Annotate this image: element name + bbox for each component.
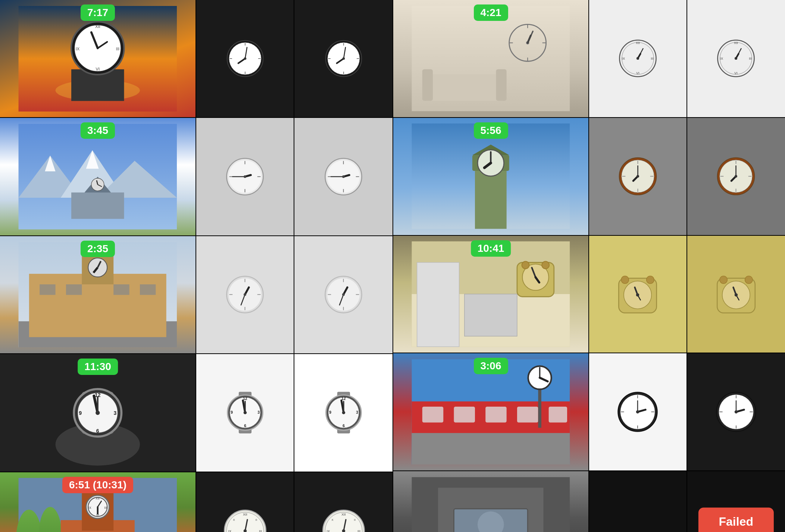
right-row-4: 3:06: [393, 353, 785, 471]
right-r3-detail2: [687, 236, 785, 353]
clock-blurry-2: [324, 157, 363, 196]
svg-rect-62: [66, 284, 82, 295]
right-r4-detail1: [589, 353, 687, 470]
svg-rect-165: [422, 69, 433, 101]
left-r5-main: XII III VI IX 6:51 (10:31): [0, 472, 196, 532]
time-badge-r3-left: 2:35: [81, 241, 115, 257]
svg-point-228: [522, 262, 529, 269]
svg-text:X: X: [331, 518, 333, 521]
svg-rect-166: [496, 69, 507, 101]
right-r4-detail2: [687, 353, 785, 470]
clock-detail-svg-2: [325, 40, 362, 77]
left-r1-detail1: [196, 0, 294, 117]
failed-detection-badge: Faileddetection: [698, 507, 774, 532]
svg-text:X: X: [233, 518, 235, 521]
svg-rect-63: [113, 284, 129, 295]
building-scene: [10, 242, 186, 348]
right-r5-detail1: [589, 471, 687, 532]
time-badge-r3-right: 10:41: [471, 240, 511, 257]
svg-rect-64: [140, 284, 156, 295]
svg-text:VI: VI: [96, 66, 100, 71]
svg-text:6: 6: [244, 424, 246, 428]
right-r3-detail1: [589, 236, 687, 353]
svg-text:VI: VI: [735, 71, 738, 75]
svg-text:3: 3: [257, 411, 260, 415]
alarm-clock-1: [617, 273, 658, 314]
svg-text:XII: XII: [734, 41, 738, 45]
time-badge-r1-right: 4:21: [473, 4, 508, 21]
left-r3-main: 2:35: [0, 236, 196, 353]
room-scene: [403, 6, 579, 111]
left-r1-main: XII III VI IX 7:17: [0, 0, 196, 117]
mountain-scene: [10, 124, 186, 229]
svg-text:III: III: [749, 57, 752, 60]
svg-text:IX: IX: [720, 57, 723, 60]
tower-clock-2: [716, 157, 756, 196]
svg-text:3: 3: [114, 410, 117, 416]
svg-point-273: [735, 410, 738, 413]
right-r5-failed: Faileddetection: [687, 471, 785, 532]
left-row-2: 3:45: [0, 118, 392, 236]
right-row-5: Faileddetection: [393, 471, 785, 532]
svg-text:9: 9: [329, 411, 331, 415]
svg-point-48: [244, 175, 246, 178]
wall-clock-1: XII III VI IX: [618, 39, 657, 78]
watch-scene: 12 3 6 9: [10, 360, 186, 466]
svg-point-87: [342, 293, 345, 296]
svg-point-28: [342, 57, 345, 60]
left-row-1: XII III VI IX 7:17: [0, 0, 392, 118]
tower-clock-1: [618, 157, 657, 196]
street-clock-1: [617, 391, 658, 432]
svg-point-243: [735, 294, 738, 297]
right-r2-detail1: [589, 118, 687, 235]
svg-text:IX: IX: [622, 57, 625, 60]
right-r1-detail2: XII III VI IX: [687, 0, 785, 117]
svg-rect-164: [422, 74, 507, 101]
left-r2-detail2: [294, 118, 392, 235]
left-r2-main: 3:45: [0, 118, 196, 235]
left-r5-detail1: XII III VI IX II X VIII IIII: [196, 472, 294, 532]
sky-scene: [403, 123, 579, 229]
clock-blurry-1: [225, 157, 265, 196]
right-row-2: 5:56: [393, 118, 785, 236]
left-half: XII III VI IX 7:17: [0, 0, 392, 532]
svg-rect-247: [422, 407, 443, 422]
svg-text:9: 9: [231, 411, 233, 415]
bigben-clock-2: XII III VI IX II X VIII IIII: [321, 508, 366, 532]
left-r5-detail2: XII III VI IX II X VIII IIII: [294, 472, 392, 532]
right-r4-main: 3:06: [393, 353, 589, 470]
left-r3-detail1: [196, 236, 294, 353]
watch-detail-1: 12 3 6 9: [223, 390, 268, 435]
svg-point-232: [621, 276, 629, 284]
svg-point-194: [735, 57, 737, 60]
svg-point-184: [637, 57, 639, 60]
watch-detail-2: 12 3 6 9: [321, 390, 366, 435]
alarm-clock-2: [716, 273, 757, 314]
time-badge-r2-right: 5:56: [473, 122, 508, 139]
svg-text:6: 6: [96, 428, 99, 434]
svg-point-219: [735, 175, 737, 178]
svg-rect-35: [71, 193, 124, 219]
svg-point-210: [637, 175, 639, 178]
svg-rect-251: [549, 407, 567, 422]
right-r2-detail2: [687, 118, 785, 235]
svg-text:III: III: [116, 47, 119, 51]
svg-point-236: [636, 294, 639, 297]
left-r4-main: 12 3 6 9 11:30: [0, 354, 196, 471]
time-badge-r2-left: 3:45: [81, 122, 115, 139]
wall-clock-2: XII III VI IX: [716, 39, 756, 78]
time-badge-r4-left: 11:30: [78, 359, 118, 375]
svg-text:III: III: [651, 57, 653, 60]
svg-text:VI: VI: [636, 71, 639, 75]
train-scene: [403, 359, 579, 464]
svg-text:XII: XII: [341, 512, 346, 516]
svg-rect-223: [465, 294, 517, 336]
clock-detail-svg: [226, 40, 264, 77]
svg-point-100: [96, 411, 100, 415]
clock-235-2: [324, 275, 363, 314]
svg-text:9: 9: [79, 410, 82, 416]
svg-point-264: [636, 410, 639, 413]
right-r1-main: 4:21: [393, 0, 589, 117]
right-row-3: 10:41: [393, 236, 785, 354]
svg-point-57: [342, 175, 345, 178]
